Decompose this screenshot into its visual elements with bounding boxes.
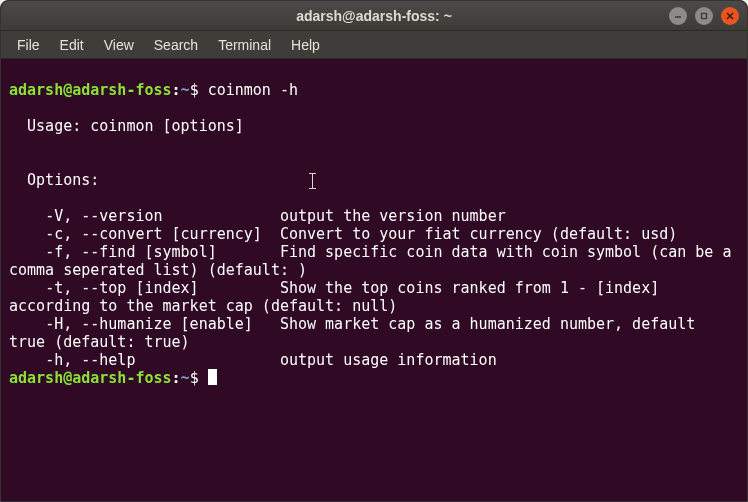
- output-opt-find: -f, --find [symbol] Find specific coin d…: [9, 243, 741, 279]
- minimize-button[interactable]: [669, 7, 687, 25]
- prompt-dollar: $: [190, 81, 199, 99]
- command-2: [199, 369, 208, 387]
- close-button[interactable]: [721, 7, 739, 25]
- output-opt-top: -t, --top [index] Show the top coins ran…: [9, 279, 668, 315]
- command-1: coinmon -h: [199, 81, 298, 99]
- output-options-header: Options:: [9, 171, 99, 189]
- maximize-icon: [699, 11, 709, 21]
- terminal-window: adarsh@adarsh-foss: ~ File Edit View Sea…: [0, 0, 748, 502]
- output-opt-version: -V, --version output the version number: [9, 207, 506, 225]
- menu-help[interactable]: Help: [281, 33, 330, 57]
- output-opt-convert: -c, --convert [currency] Convert to your…: [9, 225, 677, 243]
- output-usage: Usage: coinmon [options]: [9, 117, 244, 135]
- text-cursor-icon: [309, 173, 316, 189]
- prompt-user-host: adarsh@adarsh-foss: [9, 81, 172, 99]
- menu-search[interactable]: Search: [144, 33, 208, 57]
- prompt2-colon: :: [172, 369, 181, 387]
- output-opt-help: -h, --help output usage information: [9, 351, 497, 369]
- menu-view[interactable]: View: [94, 33, 144, 57]
- svg-rect-1: [702, 13, 707, 18]
- window-title: adarsh@adarsh-foss: ~: [1, 8, 747, 24]
- prompt2-user-host: adarsh@adarsh-foss: [9, 369, 172, 387]
- menubar: File Edit View Search Terminal Help: [1, 31, 747, 59]
- menu-edit[interactable]: Edit: [50, 33, 94, 57]
- titlebar[interactable]: adarsh@adarsh-foss: ~: [1, 1, 747, 31]
- prompt-colon: :: [172, 81, 181, 99]
- prompt2-path: ~: [181, 369, 190, 387]
- terminal-cursor: [208, 369, 217, 385]
- window-controls: [669, 7, 739, 25]
- close-icon: [725, 11, 735, 21]
- terminal-area[interactable]: adarsh@adarsh-foss:~$ coinmon -h Usage: …: [1, 59, 747, 501]
- minimize-icon: [673, 11, 683, 21]
- prompt-path: ~: [181, 81, 190, 99]
- prompt2-dollar: $: [190, 369, 199, 387]
- menu-terminal[interactable]: Terminal: [208, 33, 281, 57]
- menu-file[interactable]: File: [7, 33, 50, 57]
- output-opt-humanize: -H, --humanize [enable] Show market cap …: [9, 315, 704, 351]
- maximize-button[interactable]: [695, 7, 713, 25]
